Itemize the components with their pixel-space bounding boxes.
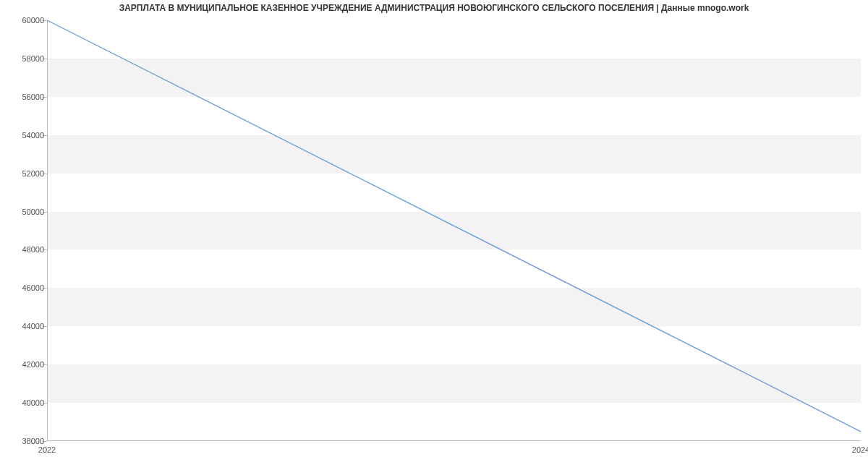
series-salary [47, 20, 861, 432]
y-tick [43, 326, 47, 327]
y-tick-label: 38000 [2, 437, 44, 445]
x-tick-label: 2024 [852, 445, 868, 454]
chart-title: ЗАРПЛАТА В МУНИЦИПАЛЬНОЕ КАЗЕННОЕ УЧРЕЖД… [0, 3, 868, 13]
y-tick-label: 48000 [2, 245, 44, 254]
y-tick [43, 59, 47, 59]
y-tick [43, 135, 47, 136]
y-tick [43, 364, 47, 365]
y-tick-label: 60000 [2, 16, 44, 25]
y-tick-label: 42000 [2, 360, 44, 369]
series-layer [47, 20, 861, 441]
y-tick-label: 54000 [2, 131, 44, 140]
line-chart: ЗАРПЛАТА В МУНИЦИПАЛЬНОЕ КАЗЕННОЕ УЧРЕЖД… [0, 0, 868, 470]
y-tick-label: 50000 [2, 208, 44, 216]
y-tick-label: 44000 [2, 322, 44, 330]
y-tick [43, 97, 47, 98]
y-tick [43, 288, 47, 289]
y-tick [43, 174, 47, 174]
y-tick-label: 46000 [2, 283, 44, 292]
y-tick-label: 52000 [2, 169, 44, 178]
y-tick-label: 58000 [2, 54, 44, 63]
y-tick [43, 249, 47, 250]
y-tick [43, 212, 47, 213]
y-tick-label: 56000 [2, 93, 44, 101]
y-tick [43, 403, 47, 403]
y-tick-label: 40000 [2, 398, 44, 407]
x-tick-label: 2022 [38, 445, 56, 454]
y-tick [43, 441, 47, 442]
y-tick [43, 20, 47, 21]
plot-area [47, 20, 861, 441]
